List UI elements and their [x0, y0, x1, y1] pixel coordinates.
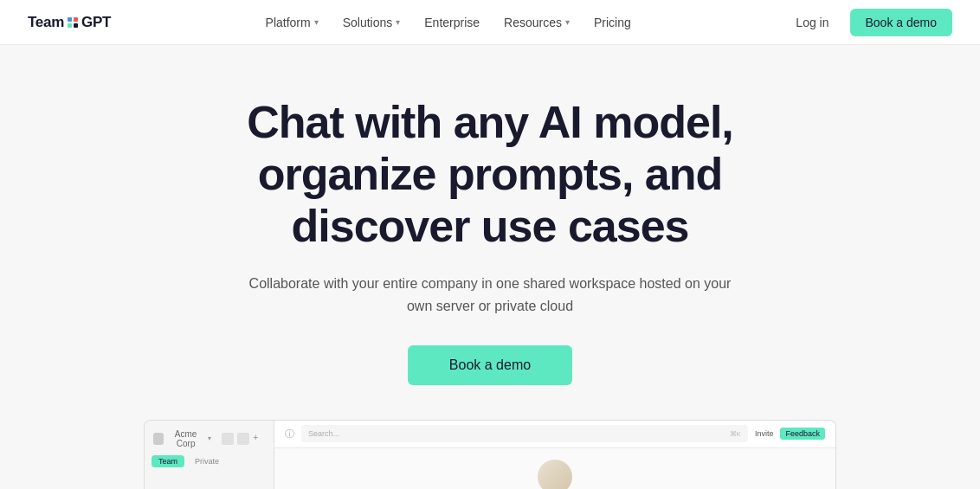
preview-content-area: [274, 448, 835, 489]
nav-links: Platform ▾ Solutions ▾ Enterprise Resour…: [255, 10, 642, 35]
svg-rect-1: [74, 17, 78, 22]
chevron-down-icon: ▾: [396, 17, 400, 27]
preview-tab-team[interactable]: Team: [152, 455, 184, 467]
svg-rect-0: [68, 17, 72, 22]
preview-icon-2: [237, 433, 249, 445]
preview-toolbar-icons: +: [215, 433, 265, 445]
nav-item-enterprise[interactable]: Enterprise: [414, 10, 490, 35]
preview-search-shortcut: ⌘K: [730, 430, 741, 438]
nav-item-solutions[interactable]: Solutions ▾: [332, 10, 411, 35]
chevron-down-icon: ▾: [565, 17, 570, 27]
help-icon: ⓘ: [285, 428, 294, 441]
hero-subtitle: Collaborate with your entire company in …: [248, 273, 732, 317]
nav-book-demo-button[interactable]: Book a demo: [850, 9, 953, 36]
preview-sidebar-header: Acme Corp ▾ +: [152, 428, 267, 450]
chevron-down-icon: ▾: [314, 17, 319, 27]
nav-right: Log in Book a demo: [785, 9, 952, 36]
navbar: Team GPT Platform ▾ Solutions ▾ Enterpri…: [0, 0, 980, 45]
preview-invite-button[interactable]: Invite: [755, 429, 774, 438]
preview-company-avatar: [153, 433, 164, 445]
svg-rect-2: [68, 23, 72, 28]
nav-item-resources[interactable]: Resources ▾: [493, 10, 580, 35]
preview-user-avatar: [538, 460, 572, 489]
chevron-down-icon: ▾: [208, 434, 211, 442]
preview-search-placeholder: Search...: [308, 429, 339, 438]
login-button[interactable]: Log in: [785, 10, 839, 35]
preview-add-icon: +: [253, 433, 258, 445]
nav-item-platform[interactable]: Platform ▾: [255, 10, 329, 35]
preview-company-name: Acme Corp: [167, 429, 204, 448]
preview-topbar: ⓘ Search... ⌘K Invite Feedback: [274, 421, 835, 448]
logo-icon: [67, 16, 79, 29]
brand-logo[interactable]: Team GPT: [28, 14, 111, 31]
hero-title: Chat with any AI model, organize prompts…: [165, 97, 815, 252]
preview-sidebar-tabs: Team Private: [152, 455, 267, 467]
hero-book-demo-button[interactable]: Book a demo: [408, 345, 572, 385]
preview-feedback-button[interactable]: Feedback: [780, 428, 825, 440]
brand-name-team: Team: [28, 14, 64, 31]
hero-section: Chat with any AI model, organize prompts…: [0, 45, 980, 489]
brand-name-gpt: GPT: [81, 14, 111, 31]
app-preview: Acme Corp ▾ + Team Private ⓘ Search... ⌘…: [144, 420, 836, 489]
preview-main: ⓘ Search... ⌘K Invite Feedback: [274, 421, 835, 489]
preview-tab-private[interactable]: Private: [188, 455, 226, 467]
hero-subtitle-text: Collaborate with your entire company in …: [249, 276, 732, 313]
nav-item-pricing[interactable]: Pricing: [583, 10, 642, 35]
preview-icon-1: [222, 433, 234, 445]
preview-search-bar[interactable]: Search... ⌘K: [301, 425, 748, 442]
preview-sidebar: Acme Corp ▾ + Team Private: [145, 421, 274, 489]
svg-rect-3: [74, 23, 78, 28]
